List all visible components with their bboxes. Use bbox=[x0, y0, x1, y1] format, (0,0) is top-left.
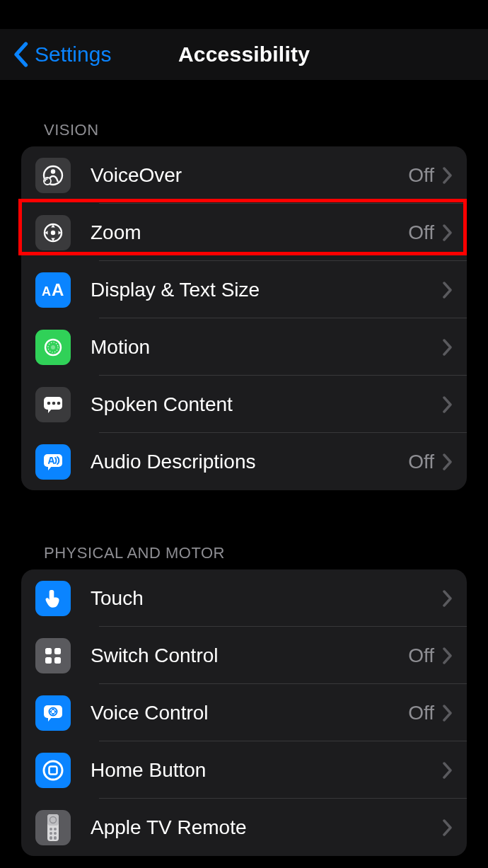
row-zoom[interactable]: Zoom Off bbox=[21, 204, 467, 261]
chevron-right-icon bbox=[443, 762, 453, 779]
row-audio-descriptions[interactable]: Audio Descriptions Off bbox=[21, 433, 467, 490]
svg-rect-24 bbox=[45, 657, 52, 664]
switch-control-icon bbox=[35, 638, 71, 673]
svg-point-19 bbox=[57, 401, 61, 405]
row-value: Off bbox=[408, 451, 434, 473]
row-label: Zoom bbox=[91, 221, 408, 244]
row-motion[interactable]: Motion bbox=[21, 318, 467, 376]
row-label: Spoken Content bbox=[91, 393, 434, 416]
svg-text:A: A bbox=[42, 284, 51, 299]
row-label: Home Button bbox=[91, 759, 434, 782]
nav-bar: Settings Accessibility bbox=[0, 29, 488, 80]
svg-point-41 bbox=[54, 832, 57, 835]
row-label: Motion bbox=[91, 336, 434, 359]
zoom-icon bbox=[35, 215, 71, 250]
svg-point-39 bbox=[54, 828, 57, 831]
svg-rect-34 bbox=[50, 766, 57, 774]
row-label: Touch bbox=[91, 587, 434, 610]
row-label: Display & Text Size bbox=[91, 279, 434, 301]
chevron-right-icon bbox=[443, 167, 453, 184]
svg-point-38 bbox=[50, 828, 52, 831]
row-touch[interactable]: Touch bbox=[21, 569, 467, 627]
chevron-right-icon bbox=[443, 819, 453, 836]
svg-point-5 bbox=[51, 230, 55, 234]
apple-tv-remote-icon bbox=[35, 810, 71, 845]
row-voiceover[interactable]: VoiceOver Off bbox=[21, 146, 467, 204]
row-value: Off bbox=[408, 221, 434, 244]
svg-point-1 bbox=[51, 169, 55, 173]
row-value: Off bbox=[408, 644, 434, 667]
svg-marker-21 bbox=[48, 465, 52, 470]
chevron-right-icon bbox=[443, 705, 453, 722]
chevron-right-icon bbox=[443, 282, 453, 299]
voiceover-icon bbox=[35, 158, 71, 193]
svg-rect-36 bbox=[47, 814, 59, 826]
section-header-motor: Physical and Motor bbox=[44, 544, 488, 562]
svg-marker-16 bbox=[48, 408, 52, 413]
chevron-right-icon bbox=[443, 224, 453, 241]
group-vision: VoiceOver Off Zoom Off bbox=[21, 146, 467, 490]
svg-rect-23 bbox=[54, 648, 61, 654]
row-home-button[interactable]: Home Button bbox=[21, 741, 467, 799]
svg-point-17 bbox=[47, 401, 51, 405]
chevron-right-icon bbox=[443, 590, 453, 607]
content-area: Vision VoiceOver Off bbox=[0, 121, 488, 856]
svg-text:A: A bbox=[52, 280, 64, 299]
row-apple-tv-remote[interactable]: Apple TV Remote bbox=[21, 799, 467, 856]
svg-rect-22 bbox=[45, 648, 52, 654]
chevron-right-icon bbox=[443, 339, 453, 356]
row-label: Apple TV Remote bbox=[91, 816, 434, 839]
chevron-right-icon bbox=[443, 453, 453, 470]
svg-marker-27 bbox=[48, 717, 52, 722]
back-button[interactable]: Settings bbox=[13, 29, 111, 80]
back-label: Settings bbox=[35, 42, 111, 66]
chevron-left-icon bbox=[13, 42, 28, 67]
row-label: Audio Descriptions bbox=[91, 451, 408, 473]
spoken-content-icon bbox=[35, 387, 71, 422]
touch-icon bbox=[35, 581, 71, 616]
svg-rect-25 bbox=[54, 657, 61, 664]
voice-control-icon bbox=[35, 695, 71, 731]
row-label: VoiceOver bbox=[91, 164, 408, 187]
svg-point-40 bbox=[50, 832, 52, 835]
section-header-vision: Vision bbox=[44, 121, 488, 139]
svg-rect-43 bbox=[54, 836, 57, 840]
row-value: Off bbox=[408, 702, 434, 724]
home-button-icon bbox=[35, 753, 71, 788]
text-size-icon: A A bbox=[35, 272, 71, 308]
row-spoken-content[interactable]: Spoken Content bbox=[21, 376, 467, 433]
audio-descriptions-icon bbox=[35, 444, 71, 480]
svg-point-18 bbox=[52, 401, 56, 405]
page-title: Accessibility bbox=[178, 42, 310, 66]
chevron-right-icon bbox=[443, 647, 453, 664]
row-voice-control[interactable]: Voice Control Off bbox=[21, 684, 467, 741]
row-label: Switch Control bbox=[91, 644, 408, 667]
svg-rect-42 bbox=[50, 836, 52, 840]
row-display-text-size[interactable]: A A Display & Text Size bbox=[21, 261, 467, 318]
motion-icon bbox=[35, 330, 71, 365]
row-switch-control[interactable]: Switch Control Off bbox=[21, 627, 467, 684]
svg-point-33 bbox=[44, 761, 62, 780]
row-value: Off bbox=[408, 164, 434, 187]
group-motor: Touch Switch Control Off bbox=[21, 569, 467, 856]
row-label: Voice Control bbox=[91, 702, 408, 724]
chevron-right-icon bbox=[443, 396, 453, 413]
svg-point-14 bbox=[51, 345, 55, 349]
